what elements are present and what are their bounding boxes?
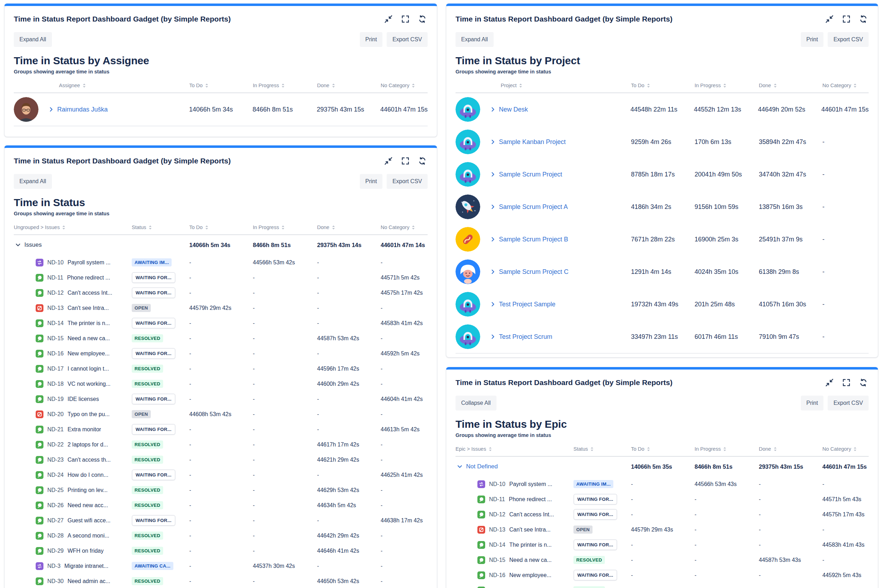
sort-icon[interactable] <box>62 225 66 230</box>
column-header-no-category[interactable]: No Category <box>822 82 869 88</box>
expand-chevron-icon[interactable] <box>490 269 496 274</box>
column-header-in-progress[interactable]: In Progress <box>253 82 317 88</box>
export-csv-button[interactable]: Export CSV <box>386 174 428 189</box>
todo-cell: - <box>189 260 253 266</box>
expand-chevron-icon[interactable] <box>490 302 496 307</box>
sort-icon[interactable] <box>332 83 335 88</box>
column-header-todo[interactable]: To Do <box>189 225 253 230</box>
expand-chevron-icon[interactable] <box>490 171 496 177</box>
column-header-in-progress[interactable]: In Progress <box>695 446 759 452</box>
project-name-link[interactable]: Test Project Sample <box>499 301 555 308</box>
issue-row: ND-16 New employee... WAITING FOR... - -… <box>14 346 428 361</box>
expand-chevron-icon[interactable] <box>48 106 54 112</box>
group-label[interactable]: Not Defined <box>466 463 498 470</box>
collapse-icon[interactable] <box>825 15 833 23</box>
collapse-icon[interactable] <box>385 15 392 23</box>
collapse-all-button[interactable]: Collapse All <box>456 396 496 411</box>
assignee-name-link[interactable]: Raimundas Juška <box>57 106 108 113</box>
sort-icon[interactable] <box>205 225 209 230</box>
chevron-down-icon[interactable] <box>15 242 21 248</box>
sort-icon[interactable] <box>723 447 727 452</box>
column-header-no-category[interactable]: No Category <box>822 446 869 452</box>
refresh-icon[interactable] <box>418 157 426 165</box>
column-header-todo[interactable]: To Do <box>631 82 695 88</box>
collapse-icon[interactable] <box>385 157 392 165</box>
sort-icon[interactable] <box>519 83 523 88</box>
sort-icon[interactable] <box>281 83 285 88</box>
fullscreen-icon[interactable] <box>842 15 850 23</box>
column-header-project[interactable]: Project <box>456 82 631 88</box>
export-csv-button[interactable]: Export CSV <box>828 32 869 47</box>
print-button[interactable]: Print <box>801 396 824 411</box>
column-header-no-category[interactable]: No Category <box>380 82 428 88</box>
column-header-status[interactable]: Status <box>132 225 189 230</box>
sort-icon[interactable] <box>148 225 152 230</box>
project-name-link[interactable]: Sample Kanban Project <box>499 138 566 146</box>
project-name-link[interactable]: Test Project Scrum <box>499 333 552 340</box>
collapse-icon[interactable] <box>825 379 833 387</box>
print-button[interactable]: Print <box>360 174 383 189</box>
column-header-done[interactable]: Done <box>317 225 380 230</box>
project-name-link[interactable]: Sample Scrum Project A <box>499 203 568 211</box>
print-button[interactable]: Print <box>801 32 824 47</box>
expand-chevron-icon[interactable] <box>490 139 496 145</box>
in-progress-cell: 20041h 49m 50s <box>695 171 759 178</box>
expand-chevron-icon[interactable] <box>490 106 496 112</box>
support-type-icon <box>477 495 485 503</box>
sort-icon[interactable] <box>646 83 650 88</box>
export-csv-button[interactable]: Export CSV <box>386 32 428 47</box>
project-name-link[interactable]: Sample Scrum Project <box>499 171 562 178</box>
column-header-done[interactable]: Done <box>317 82 380 88</box>
sort-icon[interactable] <box>723 83 727 88</box>
column-header-in-progress[interactable]: In Progress <box>253 225 317 230</box>
column-header-assignee[interactable]: Assignee <box>14 82 189 88</box>
issue-key: ND-10 <box>489 481 505 488</box>
column-header-done[interactable]: Done <box>759 82 822 88</box>
refresh-icon[interactable] <box>860 15 867 23</box>
no-category-cell: 44583h 41m 43s <box>822 542 869 548</box>
refresh-icon[interactable] <box>860 379 867 387</box>
expand-all-button[interactable]: Expand All <box>456 32 494 47</box>
sort-icon[interactable] <box>332 225 335 230</box>
issue-key: ND-13 <box>47 305 63 311</box>
refresh-icon[interactable] <box>418 15 426 23</box>
chevron-down-icon[interactable] <box>457 464 463 470</box>
expand-chevron-icon[interactable] <box>490 334 496 339</box>
project-name-link[interactable]: Sample Scrum Project B <box>499 236 568 243</box>
fullscreen-icon[interactable] <box>401 157 409 165</box>
export-csv-button[interactable]: Export CSV <box>828 396 869 411</box>
expand-all-button[interactable]: Expand All <box>14 32 52 47</box>
sort-icon[interactable] <box>281 225 285 230</box>
sort-icon[interactable] <box>205 83 209 88</box>
sort-icon[interactable] <box>646 447 650 452</box>
expand-all-button[interactable]: Expand All <box>14 174 52 189</box>
sort-icon[interactable] <box>773 447 777 452</box>
sort-icon[interactable] <box>853 447 857 452</box>
column-header-epic-issues[interactable]: Epic > Issues <box>456 446 573 452</box>
print-button[interactable]: Print <box>360 32 383 47</box>
fullscreen-icon[interactable] <box>401 15 409 23</box>
sort-icon[interactable] <box>411 225 415 230</box>
done-cell: 44629h 53m 42s <box>317 487 380 494</box>
project-name-link[interactable]: Sample Scrum Project C <box>499 268 568 276</box>
column-header-done[interactable]: Done <box>759 446 822 452</box>
status-lozenge: AWAITING IM... <box>573 480 613 488</box>
sort-icon[interactable] <box>489 447 492 452</box>
fullscreen-icon[interactable] <box>842 379 850 387</box>
sort-icon[interactable] <box>82 83 86 88</box>
sort-icon[interactable] <box>773 83 777 88</box>
column-header-no-category[interactable]: No Category <box>380 225 428 230</box>
column-header-status[interactable]: Status <box>573 446 631 452</box>
project-avatar <box>456 129 480 154</box>
column-header-todo[interactable]: To Do <box>631 446 695 452</box>
change-type-icon <box>477 480 485 488</box>
expand-chevron-icon[interactable] <box>490 237 496 242</box>
sort-icon[interactable] <box>411 83 415 88</box>
column-header-todo[interactable]: To Do <box>189 82 253 88</box>
sort-icon[interactable] <box>853 83 857 88</box>
column-header-in-progress[interactable]: In Progress <box>695 82 759 88</box>
project-name-link[interactable]: New Desk <box>499 106 528 113</box>
column-header-issues[interactable]: Ungrouped > Issues <box>14 225 132 230</box>
expand-chevron-icon[interactable] <box>490 204 496 210</box>
sort-icon[interactable] <box>590 447 594 452</box>
